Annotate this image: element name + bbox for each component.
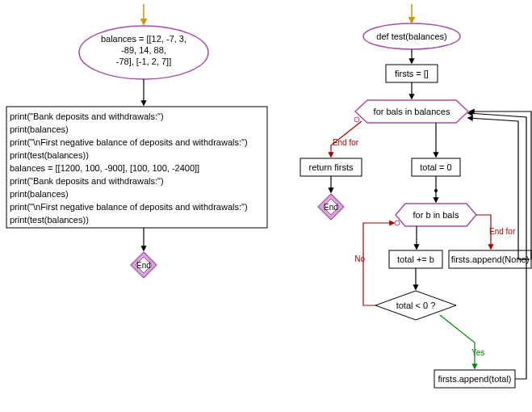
start-text-left-line3: -78], [-1, 2, 7]] [116,57,171,66]
start-text-left-line1: balances = [[12, -7, 3, [101,34,186,44]
accum-text: total += b [397,254,434,264]
code-block-text: print("Bank deposits and withdrawals:") … [10,110,264,225]
end-label-left: End [136,261,151,270]
arrow-appendnone-back [470,111,531,259]
return-text: return firsts [308,162,354,172]
start-text-left-line2: -89, 14, 88, [121,45,166,55]
cond-no-label: No [354,254,365,263]
total-init-text: total = 0 [420,162,451,172]
append-total-text: firsts.append(total) [438,374,511,384]
end-node-left: End [131,252,157,278]
outer-endfor-label: End for [333,138,359,147]
outer-loop-port [354,117,359,122]
flowchart-diagram: balances = [[12, -7, 3, -89, 14, 88, -78… [0,0,532,412]
func-def-text: def test(balances) [376,32,446,41]
arrow-cond-yes [440,315,475,368]
init-firsts-text: firsts = [] [395,69,429,78]
cond-text: total < 0 ? [396,301,436,310]
end-node-right: End [318,194,344,220]
arrow-appendtotal-back [468,113,526,379]
append-none-text: firsts.append(None) [451,254,530,264]
end-label-right: End [324,203,338,212]
inner-endfor-label: End for [489,227,516,236]
inner-loop-text: for b in bals [413,210,459,220]
code-block-text-container: print("Bank deposits and withdrawals:") … [10,110,264,225]
joint-dot-above-inner [434,189,438,192]
outer-loop-text: for bals in balances [374,107,450,116]
inner-loop-port [395,221,400,225]
cond-yes-label: Yes [471,348,484,357]
